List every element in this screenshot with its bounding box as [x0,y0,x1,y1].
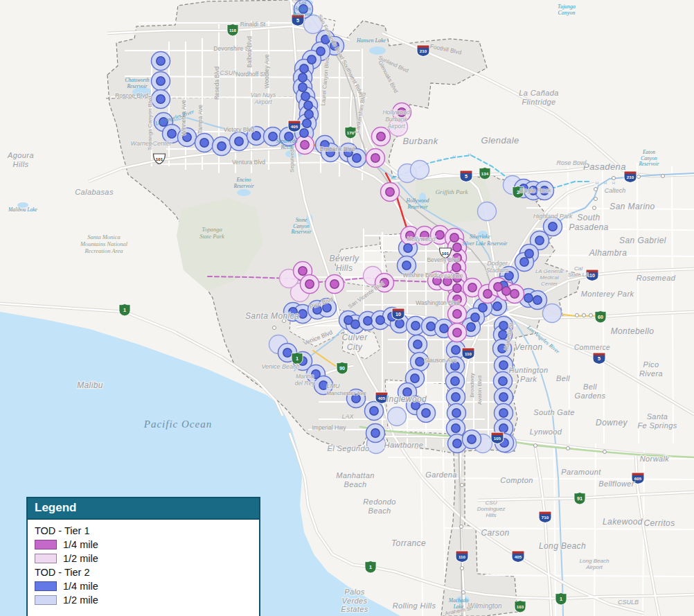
tod-tier2-quarter-mile-buffer[interactable] [452,424,460,432]
tod-tier2-quarter-mile-buffer[interactable] [452,409,461,417]
tod-tier2-quarter-mile-buffer[interactable] [453,439,461,448]
tod-tier1-quarter-mile-buffer[interactable] [453,328,461,337]
legend-group-label: TOD - Tier 1 [35,525,252,536]
tod-tier2-quarter-mile-buffer[interactable] [317,47,325,55]
shield-shape [418,46,429,49]
tod-tier2-quarter-mile-buffer[interactable] [440,324,448,333]
tod-tier2-quarter-mile-buffer[interactable] [300,64,308,73]
tod-tier1-quarter-mile-buffer[interactable] [386,188,394,196]
map-viewport[interactable]: HHHHHHH555210210405405405110110101010560… [0,0,694,616]
tod-tier2-quarter-mile-buffer[interactable] [493,302,501,310]
map-label-city: PalosVerdesEstates [341,588,368,613]
tod-tier2-half-mile-buffer[interactable] [388,407,407,426]
map-label-city: Rosemead [637,274,676,282]
tod-tier2-quarter-mile-buffer[interactable] [499,361,508,369]
tod-tier2-quarter-mile-buffer[interactable] [411,374,419,382]
tod-tier2-quarter-mile-buffer[interactable] [549,222,557,231]
tod-tier2-quarter-mile-buffer[interactable] [283,349,292,357]
rail-station-ring [582,314,586,317]
tod-tier2-quarter-mile-buffer[interactable] [525,249,533,258]
interstate-shield: 5 [593,353,606,365]
tod-tier2-quarter-mile-buffer[interactable] [299,73,307,82]
map-label-water: EncinoReservoir [233,177,253,189]
rail-station-ring [594,197,598,201]
tod-tier1-quarter-mile-buffer[interactable] [452,263,461,272]
tod-tier2-quarter-mile-buffer[interactable] [395,319,404,328]
tod-tier1-quarter-mile-buffer[interactable] [453,310,461,318]
tod-tier1-quarter-mile-buffer[interactable] [483,290,492,298]
tod-tier2-quarter-mile-buffer[interactable] [299,83,307,91]
tod-tier2-quarter-mile-buffer[interactable] [300,129,308,137]
tod-tier2-quarter-mile-buffer[interactable] [168,130,176,138]
tod-tier2-quarter-mile-buffer[interactable] [413,340,422,349]
tod-tier2-quarter-mile-buffer[interactable] [479,303,487,312]
tod-tier2-quarter-mile-buffer[interactable] [452,393,460,401]
tod-tier2-quarter-mile-buffer[interactable] [499,393,508,401]
legend-body: TOD - Tier 11/4 mile1/2 mileTOD - Tier 2… [28,520,259,613]
tod-tier2-quarter-mile-buffer[interactable] [305,110,313,118]
tod-tier2-quarter-mile-buffer[interactable] [217,142,226,150]
tod-tier2-quarter-mile-buffer[interactable] [301,92,310,100]
tod-tier1-quarter-mile-buffer[interactable] [305,280,314,288]
tod-tier2-quarter-mile-buffer[interactable] [308,55,316,64]
tod-tier1-quarter-mile-buffer[interactable] [330,280,339,288]
tod-tier1-quarter-mile-buffer[interactable] [299,267,307,275]
tod-tier1-quarter-mile-buffer[interactable] [371,154,380,162]
map-label-city: La CañadaFlintridge [519,89,558,106]
tod-tier1-quarter-mile-buffer[interactable] [494,283,502,291]
tod-tier2-half-mile-buffer[interactable] [478,202,497,221]
map-label-poi: Hollywood [407,236,436,243]
tod-tier2-half-mile-buffer[interactable] [543,304,562,323]
tod-tier2-half-mile-buffer[interactable] [411,161,429,179]
tod-tier2-quarter-mile-buffer[interactable] [402,261,411,270]
tod-tier2-quarter-mile-buffer[interactable] [299,310,307,318]
map-label-street: Tampa Ave [197,105,204,134]
rail-station-ring [603,450,607,454]
tod-tier1-quarter-mile-buffer[interactable] [450,234,459,242]
tod-tier2-quarter-mile-buffer[interactable] [364,317,372,325]
shield-number: 118 [229,28,237,33]
tod-tier2-quarter-mile-buffer[interactable] [370,407,378,415]
tod-tier2-quarter-mile-buffer[interactable] [520,258,528,266]
rail-station-ring [661,175,665,178]
map-label-water: Hansen Lake [356,37,386,44]
tod-tier1-quarter-mile-buffer[interactable] [301,141,309,149]
tod-tier2-quarter-mile-buffer[interactable] [157,57,165,65]
tod-tier2-quarter-mile-buffer[interactable] [535,236,544,245]
tod-tier1-quarter-mile-buffer[interactable] [453,243,461,252]
tod-tier2-quarter-mile-buffer[interactable] [468,435,476,443]
tod-tier2-quarter-mile-buffer[interactable] [451,377,459,385]
tod-tier2-quarter-mile-buffer[interactable] [499,409,508,417]
tod-tier2-quarter-mile-buffer[interactable] [524,294,533,302]
tod-tier2-quarter-mile-buffer[interactable] [411,322,420,330]
tod-tier1-quarter-mile-buffer[interactable] [436,231,444,239]
tod-tier2-quarter-mile-buffer[interactable] [499,424,508,432]
tod-tier1-quarter-mile-buffer[interactable] [502,287,510,295]
tod-tier2-quarter-mile-buffer[interactable] [422,409,430,417]
tod-tier1-quarter-mile-buffer[interactable] [377,132,385,141]
rail-station-ring [637,175,641,179]
tod-tier1-quarter-mile-buffer[interactable] [510,290,519,298]
tod-tier2-quarter-mile-buffer[interactable] [235,137,243,146]
tod-tier1-quarter-mile-buffer[interactable] [468,283,477,292]
tod-tier2-quarter-mile-buffer[interactable] [427,322,435,331]
tod-tier1-quarter-mile-buffer[interactable] [453,284,461,292]
tod-tier2-quarter-mile-buffer[interactable] [467,323,475,331]
tod-tier2-quarter-mile-buffer[interactable] [303,119,311,127]
tod-tier2-quarter-mile-buffer[interactable] [200,139,208,147]
tod-tier2-quarter-mile-buffer[interactable] [353,154,361,162]
tod-tier2-quarter-mile-buffer[interactable] [533,296,542,304]
tod-tier2-quarter-mile-buffer[interactable] [304,101,312,109]
tod-tier2-quarter-mile-buffer[interactable] [371,429,380,437]
tod-tier2-quarter-mile-buffer[interactable] [499,377,507,385]
tod-tier2-quarter-mile-buffer[interactable] [416,358,424,366]
tod-tier2-quarter-mile-buffer[interactable] [376,316,384,324]
tod-tier2-quarter-mile-buffer[interactable] [351,320,359,328]
tod-tier2-quarter-mile-buffer[interactable] [157,77,165,85]
legend-item: 1/2 mile [35,595,252,606]
tod-tier2-quarter-mile-buffer[interactable] [157,95,165,103]
map-label-poi: Venice Beach [261,363,299,370]
tod-tier2-quarter-mile-buffer[interactable] [404,244,412,252]
tod-tier2-quarter-mile-buffer[interactable] [452,346,460,354]
tod-tier2-quarter-mile-buffer[interactable] [471,313,479,322]
